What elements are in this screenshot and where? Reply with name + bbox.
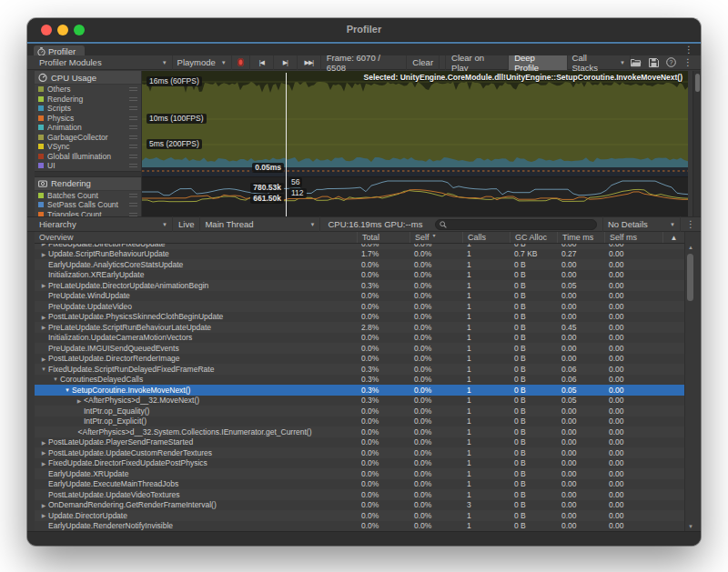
column-calls[interactable]: Calls xyxy=(462,232,510,243)
table-scrollbar[interactable]: ▲ ▼ xyxy=(684,232,695,531)
charts-area[interactable]: Selected: UnityEngine.CoreModule.dll!Uni… xyxy=(142,71,688,216)
table-row[interactable]: IntPtr.op_Explicit()0.0%0.0%10 B0.000.00 xyxy=(35,416,684,427)
foldout-closed-icon[interactable]: ▶ xyxy=(39,512,48,518)
table-row[interactable]: IntPtr.op_Equality()0.0%0.0%10 B0.000.00 xyxy=(35,406,684,416)
playmode-dropdown[interactable]: Playmode ▼ xyxy=(173,55,232,70)
drag-handle-icon[interactable] xyxy=(129,106,137,110)
table-row[interactable]: PostLateUpdate.UpdateVideoTextures0.0%0.… xyxy=(35,489,684,500)
foldout-closed-icon[interactable]: ▶ xyxy=(39,251,48,257)
legend-item-batches-count[interactable]: Batches Count xyxy=(35,191,141,201)
table-row[interactable]: EarlyUpdate.XRUpdate0.0%0.0%10 B0.000.00 xyxy=(35,468,684,479)
drag-handle-icon[interactable] xyxy=(129,203,137,206)
chart-scrollbar[interactable] xyxy=(693,71,701,216)
drag-handle-icon[interactable] xyxy=(129,164,137,167)
table-row[interactable]: ▶Update.DirectorUpdate0.0%0.0%10 B0.000.… xyxy=(35,510,684,521)
table-row[interactable]: ▶OnDemandRendering.GetRenderFrameInterva… xyxy=(35,500,684,511)
current-frame-button[interactable]: ▶▶| xyxy=(298,55,321,70)
legend-item-setpass-calls-count[interactable]: SetPass Calls Count xyxy=(35,200,141,210)
cpu-usage-chart[interactable] xyxy=(142,71,688,176)
table-row[interactable]: ▶PreLateUpdate.DirectorUpdateAnimationBe… xyxy=(35,280,684,291)
table-row[interactable]: <AfterPhysics>d__32.System.Collections.I… xyxy=(35,426,684,437)
foldout-closed-icon[interactable]: ▶ xyxy=(39,314,48,320)
drag-handle-icon[interactable] xyxy=(129,87,137,91)
clear-button[interactable]: Clear xyxy=(407,55,440,70)
table-row[interactable]: Initialization.XREarlyUpdate0.0%0.0%10 B… xyxy=(35,270,684,281)
table-row[interactable]: Initialization.UpdateCameraMotionVectors… xyxy=(35,333,684,344)
legend-item-others[interactable]: Others xyxy=(35,85,141,95)
live-toggle[interactable]: Live xyxy=(173,216,200,232)
foldout-closed-icon[interactable]: ▶ xyxy=(39,324,48,330)
next-frame-button[interactable]: ▶| xyxy=(274,55,298,70)
drag-handle-icon[interactable] xyxy=(129,135,137,139)
column-overview[interactable]: Overview xyxy=(35,232,357,243)
scroll-down-icon[interactable]: ▼ xyxy=(685,524,696,529)
column-warnings[interactable]: ▲ xyxy=(662,232,684,243)
foldout-closed-icon[interactable]: ▶ xyxy=(39,449,48,456)
column-time-ms[interactable]: Time ms xyxy=(557,232,604,243)
legend-item-triangles-count[interactable]: Triangles Count xyxy=(35,210,141,217)
rendering-chart[interactable] xyxy=(142,176,688,216)
table-row[interactable]: ▼FixedUpdate.ScriptRunDelayedFixedFrameR… xyxy=(35,364,684,375)
table-row[interactable]: ▶PreLateUpdate.ScriptRunBehaviourLateUpd… xyxy=(35,322,684,333)
legend-item-garbagecollector[interactable]: GarbageCollector xyxy=(35,133,141,143)
record-button[interactable] xyxy=(232,55,250,70)
drag-handle-icon[interactable] xyxy=(129,145,137,148)
tab-menu-icon[interactable]: ⋮ xyxy=(684,45,693,55)
drag-handle-icon[interactable] xyxy=(129,155,137,158)
call-stacks-dropdown[interactable]: Call Stacks ▼ xyxy=(568,55,631,70)
clear-on-play-toggle[interactable]: Clear on Play xyxy=(445,55,509,70)
table-row[interactable]: ▼SetupCoroutine.InvokeMoveNext()0.3%0.0%… xyxy=(35,385,684,396)
view-mode-dropdown[interactable]: Hierarchy ▼ xyxy=(35,216,173,232)
drag-handle-icon[interactable] xyxy=(129,97,137,101)
table-row[interactable]: ▶PostLateUpdate.DirectorRenderImage0.0%0… xyxy=(35,354,684,365)
foldout-closed-icon[interactable]: ▶ xyxy=(39,282,48,288)
column-gc-alloc[interactable]: GC Alloc xyxy=(510,232,557,243)
table-row[interactable]: PreUpdate.IMGUISendQueuedEvents0.0%0.0%1… xyxy=(35,343,684,354)
legend-item-animation[interactable]: Animation xyxy=(35,123,141,133)
table-scrollbar-thumb[interactable] xyxy=(687,254,693,301)
profiler-modules-dropdown[interactable]: Profiler Modules ▼ xyxy=(35,55,173,70)
foldout-closed-icon[interactable]: ▶ xyxy=(75,397,84,404)
load-profile-icon[interactable] xyxy=(631,58,642,67)
table-row[interactable]: ▶PostLateUpdate.PhysicsSkinnedClothBegin… xyxy=(35,312,684,323)
table-row[interactable]: ▶PostLateUpdate.PlayerSendFrameStarted0.… xyxy=(35,437,684,448)
foldout-open-icon[interactable]: ▼ xyxy=(51,376,60,382)
foldout-open-icon[interactable]: ▼ xyxy=(39,366,48,372)
legend-item-scripts[interactable]: Scripts xyxy=(35,104,141,114)
table-row[interactable]: ▶FixedUpdate.DirectorFixedUpdatePostPhys… xyxy=(35,458,684,469)
table-row[interactable]: EarlyUpdate.RendererNotifyInvisible0.0%0… xyxy=(35,521,684,532)
table-row[interactable]: ▼CoroutinesDelayedCalls0.3%0.0%10 B0.060… xyxy=(35,375,684,386)
drag-handle-icon[interactable] xyxy=(129,125,137,129)
search-input[interactable] xyxy=(450,220,592,229)
foldout-open-icon[interactable]: ▼ xyxy=(63,387,72,393)
table-row[interactable]: PreUpdate.UpdateVideo0.0%0.0%10 B0.000.0… xyxy=(35,301,684,312)
column-self[interactable]: Self▾ xyxy=(410,232,462,243)
frame-selection-line[interactable] xyxy=(286,73,287,216)
hierarchy-menu-icon[interactable]: ⋮ xyxy=(681,219,701,229)
prev-frame-button[interactable]: |◀ xyxy=(250,55,274,70)
chart-scrollbar-thumb[interactable] xyxy=(695,74,700,92)
legend-item-ui[interactable]: UI xyxy=(35,161,141,171)
toolbar-menu-icon[interactable]: ⋮ xyxy=(683,57,693,67)
foldout-closed-icon[interactable]: ▶ xyxy=(39,439,48,446)
table-row[interactable]: EarlyUpdate.AnalyticsCoreStatsUpdate0.0%… xyxy=(35,259,684,270)
search-field[interactable] xyxy=(435,219,597,230)
thread-dropdown[interactable]: Main Thread ▼ xyxy=(200,216,320,232)
module-header-cpu-usage[interactable]: CPU Usage xyxy=(35,71,141,85)
deep-profile-toggle[interactable]: Deep Profile xyxy=(509,55,567,70)
column-total[interactable]: Total xyxy=(357,232,410,243)
table-row[interactable]: ▶Update.ScriptRunBehaviourUpdate1.7%0.0%… xyxy=(35,249,684,260)
table-row[interactable]: PreUpdate.WindUpdate0.0%0.0%10 B0.000.00 xyxy=(35,291,684,302)
save-profile-icon[interactable] xyxy=(649,58,659,67)
module-header-rendering[interactable]: Rendering xyxy=(35,177,141,191)
legend-item-rendering[interactable]: Rendering xyxy=(35,95,141,105)
foldout-closed-icon[interactable]: ▶ xyxy=(39,460,48,467)
drag-handle-icon[interactable] xyxy=(129,116,137,120)
help-icon[interactable]: ? xyxy=(666,57,676,67)
foldout-closed-icon[interactable]: ▶ xyxy=(39,356,48,362)
foldout-closed-icon[interactable]: ▶ xyxy=(39,244,48,246)
foldout-closed-icon[interactable]: ▶ xyxy=(39,502,48,508)
details-dropdown[interactable]: No Details ▼ xyxy=(602,216,681,232)
legend-item-vsync[interactable]: VSync xyxy=(35,142,141,152)
legend-item-physics[interactable]: Physics xyxy=(35,114,141,124)
